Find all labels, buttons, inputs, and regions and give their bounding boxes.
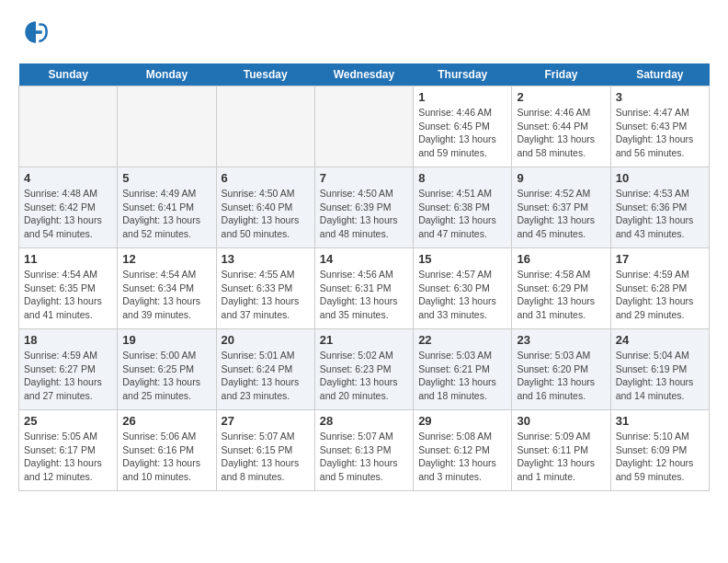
calendar-cell: 18Sunrise: 4:59 AM Sunset: 6:27 PM Dayli…: [19, 329, 118, 410]
day-number: 29: [418, 414, 506, 428]
calendar-cell: 4Sunrise: 4:48 AM Sunset: 6:42 PM Daylig…: [19, 167, 118, 248]
day-info: Sunrise: 4:53 AM Sunset: 6:36 PM Dayligh…: [616, 187, 704, 241]
day-number: 2: [517, 90, 605, 104]
calendar-week-row: 4Sunrise: 4:48 AM Sunset: 6:42 PM Daylig…: [19, 167, 710, 248]
weekday-header-sunday: Sunday: [19, 63, 118, 86]
day-info: Sunrise: 4:48 AM Sunset: 6:42 PM Dayligh…: [24, 187, 112, 241]
calendar-week-row: 1Sunrise: 4:46 AM Sunset: 6:45 PM Daylig…: [19, 86, 710, 167]
day-info: Sunrise: 5:10 AM Sunset: 6:09 PM Dayligh…: [616, 430, 704, 484]
day-number: 27: [222, 414, 310, 428]
day-number: 15: [418, 252, 506, 266]
calendar-week-row: 18Sunrise: 4:59 AM Sunset: 6:27 PM Dayli…: [19, 329, 710, 410]
day-info: Sunrise: 4:59 AM Sunset: 6:28 PM Dayligh…: [616, 268, 704, 322]
day-number: 18: [24, 333, 112, 347]
day-number: 31: [616, 414, 704, 428]
day-info: Sunrise: 5:03 AM Sunset: 6:20 PM Dayligh…: [517, 349, 605, 403]
day-info: Sunrise: 4:54 AM Sunset: 6:35 PM Dayligh…: [24, 268, 112, 322]
calendar-cell: 13Sunrise: 4:55 AM Sunset: 6:33 PM Dayli…: [216, 248, 314, 329]
day-info: Sunrise: 4:57 AM Sunset: 6:30 PM Dayligh…: [418, 268, 506, 322]
day-info: Sunrise: 5:00 AM Sunset: 6:25 PM Dayligh…: [122, 349, 210, 403]
day-number: 24: [616, 333, 704, 347]
day-number: 7: [320, 171, 408, 185]
weekday-header-thursday: Thursday: [414, 63, 512, 86]
weekday-header-wednesday: Wednesday: [314, 63, 413, 86]
day-info: Sunrise: 5:09 AM Sunset: 6:11 PM Dayligh…: [517, 430, 605, 484]
day-info: Sunrise: 5:02 AM Sunset: 6:23 PM Dayligh…: [320, 349, 408, 403]
day-number: 16: [517, 252, 605, 266]
weekday-header-friday: Friday: [512, 63, 610, 86]
calendar-cell: [19, 86, 118, 167]
day-number: 13: [222, 252, 310, 266]
day-number: 11: [24, 252, 112, 266]
calendar-cell: 17Sunrise: 4:59 AM Sunset: 6:28 PM Dayli…: [610, 248, 709, 329]
calendar-cell: 1Sunrise: 4:46 AM Sunset: 6:45 PM Daylig…: [414, 86, 512, 167]
calendar-cell: 15Sunrise: 4:57 AM Sunset: 6:30 PM Dayli…: [414, 248, 512, 329]
calendar-cell: [216, 86, 314, 167]
calendar-cell: 10Sunrise: 4:53 AM Sunset: 6:36 PM Dayli…: [610, 167, 709, 248]
calendar-table: SundayMondayTuesdayWednesdayThursdayFrid…: [18, 63, 710, 491]
calendar-cell: 19Sunrise: 5:00 AM Sunset: 6:25 PM Dayli…: [118, 329, 216, 410]
calendar-cell: 26Sunrise: 5:06 AM Sunset: 6:16 PM Dayli…: [118, 410, 216, 491]
day-number: 12: [122, 252, 210, 266]
day-number: 3: [616, 90, 704, 104]
day-info: Sunrise: 4:46 AM Sunset: 6:45 PM Dayligh…: [418, 106, 506, 160]
calendar-cell: 8Sunrise: 4:51 AM Sunset: 6:38 PM Daylig…: [414, 167, 512, 248]
day-info: Sunrise: 4:56 AM Sunset: 6:31 PM Dayligh…: [320, 268, 408, 322]
day-number: 26: [122, 414, 210, 428]
calendar-cell: 12Sunrise: 4:54 AM Sunset: 6:34 PM Dayli…: [118, 248, 216, 329]
calendar-cell: 28Sunrise: 5:07 AM Sunset: 6:13 PM Dayli…: [314, 410, 413, 491]
calendar-cell: 29Sunrise: 5:08 AM Sunset: 6:12 PM Dayli…: [414, 410, 512, 491]
calendar-week-row: 25Sunrise: 5:05 AM Sunset: 6:17 PM Dayli…: [19, 410, 710, 491]
calendar-cell: 5Sunrise: 4:49 AM Sunset: 6:41 PM Daylig…: [118, 167, 216, 248]
calendar-cell: [314, 86, 413, 167]
day-number: 8: [418, 171, 506, 185]
day-info: Sunrise: 4:50 AM Sunset: 6:39 PM Dayligh…: [320, 187, 408, 241]
calendar-cell: 11Sunrise: 4:54 AM Sunset: 6:35 PM Dayli…: [19, 248, 118, 329]
calendar-cell: 2Sunrise: 4:46 AM Sunset: 6:44 PM Daylig…: [512, 86, 610, 167]
day-info: Sunrise: 4:47 AM Sunset: 6:43 PM Dayligh…: [616, 106, 704, 160]
day-number: 14: [320, 252, 408, 266]
logo-icon: [22, 18, 50, 46]
weekday-header-monday: Monday: [118, 63, 216, 86]
calendar-cell: 3Sunrise: 4:47 AM Sunset: 6:43 PM Daylig…: [610, 86, 709, 167]
day-info: Sunrise: 4:46 AM Sunset: 6:44 PM Dayligh…: [517, 106, 605, 160]
day-info: Sunrise: 5:04 AM Sunset: 6:19 PM Dayligh…: [616, 349, 704, 403]
day-number: 22: [418, 333, 506, 347]
weekday-header-tuesday: Tuesday: [216, 63, 314, 86]
weekday-header-row: SundayMondayTuesdayWednesdayThursdayFrid…: [19, 63, 710, 86]
day-number: 6: [222, 171, 310, 185]
calendar-cell: 31Sunrise: 5:10 AM Sunset: 6:09 PM Dayli…: [610, 410, 709, 491]
day-info: Sunrise: 4:58 AM Sunset: 6:29 PM Dayligh…: [517, 268, 605, 322]
calendar-cell: 9Sunrise: 4:52 AM Sunset: 6:37 PM Daylig…: [512, 167, 610, 248]
day-number: 17: [616, 252, 704, 266]
day-info: Sunrise: 5:03 AM Sunset: 6:21 PM Dayligh…: [418, 349, 506, 403]
day-info: Sunrise: 5:06 AM Sunset: 6:16 PM Dayligh…: [122, 430, 210, 484]
day-number: 21: [320, 333, 408, 347]
calendar-cell: 21Sunrise: 5:02 AM Sunset: 6:23 PM Dayli…: [314, 329, 413, 410]
calendar-week-row: 11Sunrise: 4:54 AM Sunset: 6:35 PM Dayli…: [19, 248, 710, 329]
day-info: Sunrise: 5:07 AM Sunset: 6:13 PM Dayligh…: [320, 430, 408, 484]
calendar-cell: 6Sunrise: 4:50 AM Sunset: 6:40 PM Daylig…: [216, 167, 314, 248]
day-info: Sunrise: 5:01 AM Sunset: 6:24 PM Dayligh…: [222, 349, 310, 403]
day-info: Sunrise: 4:59 AM Sunset: 6:27 PM Dayligh…: [24, 349, 112, 403]
day-number: 23: [517, 333, 605, 347]
calendar-cell: 7Sunrise: 4:50 AM Sunset: 6:39 PM Daylig…: [314, 167, 413, 248]
calendar-cell: 22Sunrise: 5:03 AM Sunset: 6:21 PM Dayli…: [414, 329, 512, 410]
calendar-cell: 14Sunrise: 4:56 AM Sunset: 6:31 PM Dayli…: [314, 248, 413, 329]
day-number: 30: [517, 414, 605, 428]
day-number: 1: [418, 90, 506, 104]
calendar-cell: 24Sunrise: 5:04 AM Sunset: 6:19 PM Dayli…: [610, 329, 709, 410]
day-number: 28: [320, 414, 408, 428]
weekday-header-saturday: Saturday: [610, 63, 709, 86]
calendar-cell: 23Sunrise: 5:03 AM Sunset: 6:20 PM Dayli…: [512, 329, 610, 410]
day-number: 19: [122, 333, 210, 347]
day-number: 10: [616, 171, 704, 185]
day-number: 5: [122, 171, 210, 185]
calendar-cell: 30Sunrise: 5:09 AM Sunset: 6:11 PM Dayli…: [512, 410, 610, 491]
calendar-cell: 16Sunrise: 4:58 AM Sunset: 6:29 PM Dayli…: [512, 248, 610, 329]
day-info: Sunrise: 4:54 AM Sunset: 6:34 PM Dayligh…: [122, 268, 210, 322]
calendar-cell: 20Sunrise: 5:01 AM Sunset: 6:24 PM Dayli…: [216, 329, 314, 410]
page-header: [18, 18, 710, 50]
day-number: 20: [222, 333, 310, 347]
day-info: Sunrise: 5:07 AM Sunset: 6:15 PM Dayligh…: [222, 430, 310, 484]
